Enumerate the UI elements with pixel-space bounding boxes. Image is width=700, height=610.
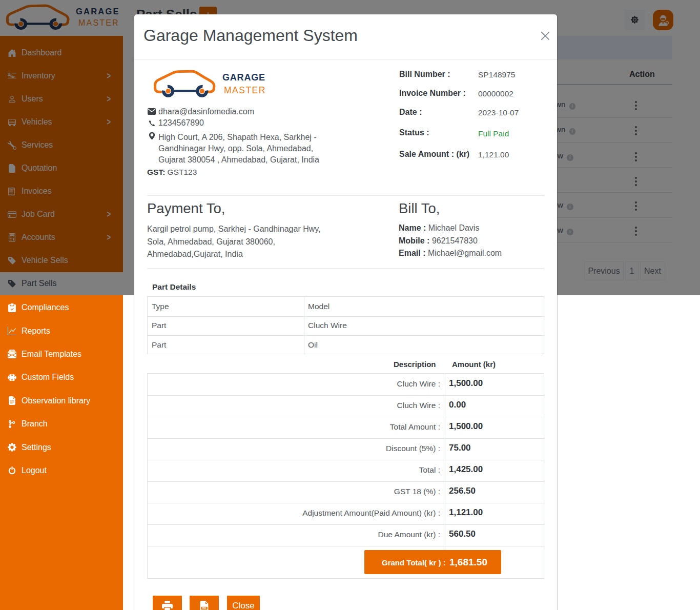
svg-text:PDF: PDF bbox=[202, 607, 207, 609]
